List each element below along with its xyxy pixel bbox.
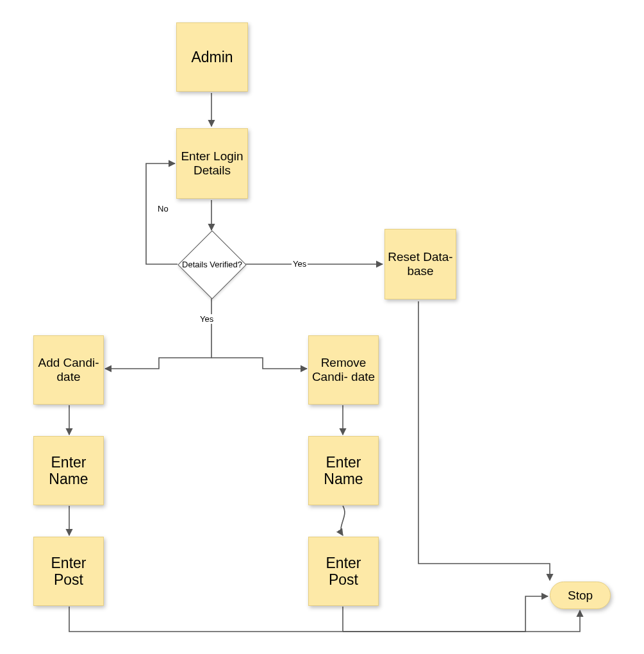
node-enter-name-left: Enter Name bbox=[33, 436, 104, 505]
node-stop: Stop bbox=[550, 582, 611, 609]
node-enter-post-right-label: Enter Post bbox=[311, 555, 376, 589]
node-add-candidate-label: Add Candi- date bbox=[37, 356, 101, 384]
node-remove-candidate-label: Remove Candi- date bbox=[311, 356, 376, 384]
node-enter-post-right: Enter Post bbox=[308, 537, 379, 606]
node-enter-name-left-label: Enter Name bbox=[37, 454, 101, 488]
node-stop-label: Stop bbox=[568, 589, 593, 603]
node-reset-database: Reset Data- base bbox=[384, 229, 456, 299]
node-enter-post-left: Enter Post bbox=[33, 537, 104, 606]
node-enter-login-label: Enter Login Details bbox=[179, 149, 245, 178]
node-admin-label: Admin bbox=[191, 49, 233, 65]
node-add-candidate: Add Candi- date bbox=[33, 335, 104, 405]
edge-label-yes-right: Yes bbox=[292, 259, 308, 269]
node-decision: Details Verified? bbox=[178, 231, 246, 299]
diamond-shape bbox=[178, 230, 246, 299]
flowchart-canvas: Admin Enter Login Details Details Verifi… bbox=[0, 0, 644, 654]
node-remove-candidate: Remove Candi- date bbox=[308, 335, 379, 405]
node-enter-name-right-label: Enter Name bbox=[311, 454, 376, 488]
node-enter-post-left-label: Enter Post bbox=[37, 555, 101, 589]
edge-label-yes-down: Yes bbox=[199, 314, 215, 324]
node-reset-database-label: Reset Data- base bbox=[388, 250, 453, 278]
edge-label-no: No bbox=[156, 204, 170, 214]
node-enter-name-right: Enter Name bbox=[308, 436, 379, 505]
node-enter-login: Enter Login Details bbox=[176, 128, 248, 199]
node-admin: Admin bbox=[176, 22, 248, 92]
